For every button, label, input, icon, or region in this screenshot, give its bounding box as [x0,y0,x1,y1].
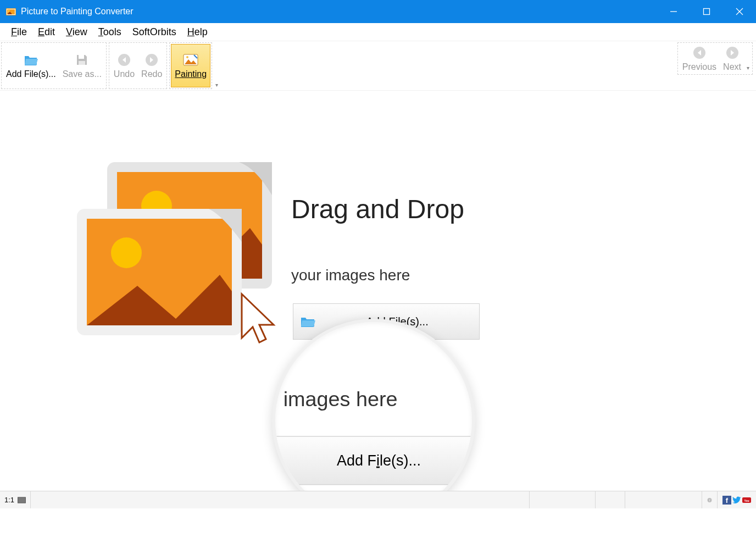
folder-open-icon [300,315,315,328]
toolbar-group-edit: Undo Redo [109,42,168,89]
statusbar: 1:1 i f You [0,491,756,508]
status-cell-3 [596,491,625,508]
painting-button[interactable]: Painting [171,44,210,87]
menu-softorbits[interactable]: SoftOrbits [128,25,181,39]
redo-button[interactable]: Redo [138,44,165,87]
toolbar: Add File(s)... Save as... Undo Redo [0,41,756,91]
maximize-button[interactable] [690,0,723,23]
status-cell-2 [530,491,596,508]
svg-rect-8 [79,55,84,59]
toolbar-group-nav: Previous Next ▾ [677,42,753,75]
window-title: Picture to Painting Converter [21,7,134,16]
youtube-icon[interactable]: You [742,495,751,505]
status-main [31,491,530,508]
svg-point-13 [186,56,188,58]
drop-title: Drag and Drop [291,194,464,224]
painting-icon [183,52,198,68]
next-label: Next [723,62,741,72]
canvas-area[interactable]: Drag and Drop your images here Add File(… [0,91,756,490]
close-button[interactable] [723,0,756,23]
svg-point-3 [8,10,10,12]
magnifier-subtitle: your images here [272,388,398,412]
menu-tools[interactable]: Tools [94,25,126,39]
toolbar-group-painting: Painting [169,42,212,89]
svg-rect-22 [18,497,26,502]
status-social: f You [718,491,756,508]
svg-text:i: i [709,498,710,502]
svg-point-21 [111,237,142,268]
magnifier-add-files-button[interactable]: Add File(s)... [272,436,475,485]
next-button[interactable]: Next [720,44,744,73]
twitter-icon[interactable] [732,495,741,505]
info-icon: i [707,495,712,505]
zoom-label: 1:1 [4,496,14,504]
menu-file[interactable]: File [7,25,31,39]
minimize-button[interactable] [657,0,690,23]
svg-rect-5 [704,9,710,15]
menu-view[interactable]: View [62,25,92,39]
status-info[interactable]: i [702,491,718,508]
status-cell-4 [625,491,702,508]
facebook-icon[interactable]: f [722,495,731,505]
previous-icon [692,45,707,60]
save-as-button[interactable]: Save as... [59,44,105,87]
undo-icon [116,52,132,68]
toolbar-group-file: Add File(s)... Save as... [1,42,107,89]
photo-stack-icon [77,162,297,382]
undo-button[interactable]: Undo [110,44,138,87]
svg-rect-9 [79,61,85,65]
zoom-indicator[interactable]: 1:1 [0,491,31,508]
toolbar-overflow-icon[interactable]: ▾ [213,41,220,90]
add-files-button[interactable]: Add File(s)... [3,44,59,87]
fit-screen-icon [18,497,26,503]
redo-icon [144,52,159,68]
undo-label: Undo [114,69,135,79]
menubar: File Edit View Tools SoftOrbits Help [0,23,756,41]
previous-button[interactable]: Previous [679,44,720,73]
painting-label: Painting [175,69,207,79]
previous-label: Previous [682,62,716,72]
app-icon [5,6,16,17]
folder-open-icon [23,52,38,68]
toolbar-nav-overflow-icon[interactable]: ▾ [744,44,751,73]
redo-label: Redo [141,69,162,79]
menu-edit[interactable]: Edit [34,25,59,39]
svg-text:f: f [726,496,729,505]
drop-subtitle: your images here [291,267,410,284]
viewport-padding [0,508,756,543]
save-icon [74,52,90,68]
next-icon [725,45,740,60]
save-as-label: Save as... [63,69,102,79]
titlebar: Picture to Painting Converter [0,0,756,23]
svg-text:You: You [744,498,749,502]
magnifier-add-files-label: Add File(s)... [272,452,475,469]
menu-help[interactable]: Help [183,25,212,39]
add-files-label: Add File(s)... [6,69,56,79]
